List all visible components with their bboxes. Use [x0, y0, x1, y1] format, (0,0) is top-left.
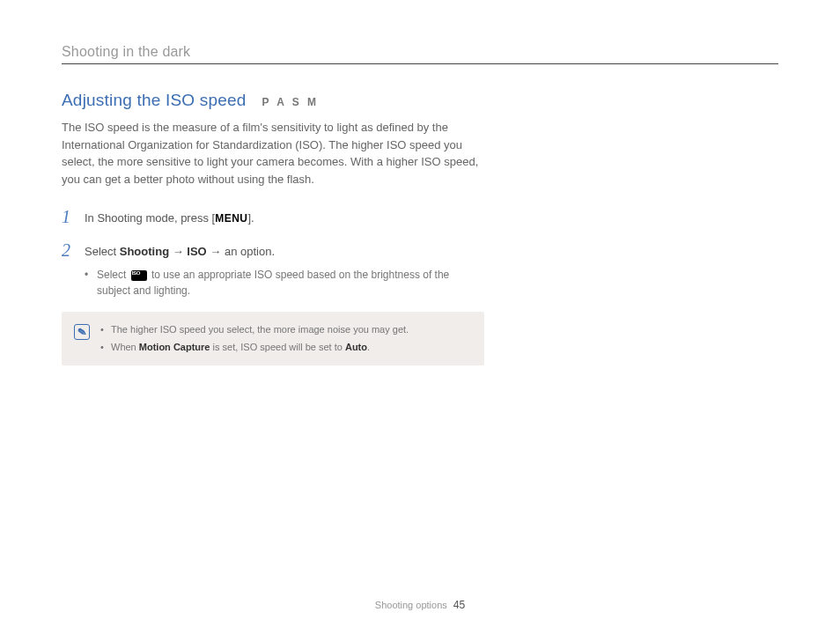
note-icon: ✎	[74, 324, 90, 340]
page: Shooting in the dark Adjusting the ISO s…	[0, 0, 840, 634]
note-text: .	[367, 342, 370, 352]
step-text: In Shooting mode, press [	[85, 211, 215, 225]
sub-bullet-list: Select to use an appropriate ISO speed b…	[85, 267, 484, 299]
note-item: The higher ISO speed you select, the mor…	[100, 322, 472, 337]
note-list: The higher ISO speed you select, the mor…	[100, 322, 472, 355]
sub-bullet: Select to use an appropriate ISO speed b…	[85, 267, 484, 299]
note-item: When Motion Capture is set, ISO speed wi…	[100, 340, 472, 355]
step-number: 2	[62, 240, 76, 299]
page-number: 45	[453, 599, 465, 611]
footer-section: Shooting options	[375, 600, 447, 610]
section-heading: Adjusting the ISO speed P A S M	[62, 91, 484, 110]
mode-indicators: P A S M	[262, 96, 320, 108]
content-column: Adjusting the ISO speed P A S M The ISO …	[62, 91, 484, 365]
step-body: Select Shooting → ISO → an option. Selec…	[85, 240, 484, 299]
bold-motion-capture: Motion Capture	[139, 342, 210, 352]
sub-text: Select	[97, 269, 129, 281]
page-header: Shooting in the dark	[62, 44, 778, 64]
step-1: 1 In Shooting mode, press [MENU].	[62, 207, 484, 228]
bold-auto: Auto	[345, 342, 367, 352]
bold-shooting: Shooting	[120, 245, 169, 258]
arrow: →	[207, 245, 225, 258]
step-number: 1	[62, 207, 76, 228]
section-title: Adjusting the ISO speed	[62, 91, 247, 110]
iso-auto-icon	[131, 270, 147, 281]
arrow: →	[169, 245, 187, 258]
note-box: ✎ The higher ISO speed you select, the m…	[62, 312, 484, 365]
note-text: is set, ISO speed will be set to	[210, 342, 344, 352]
bold-iso: ISO	[187, 245, 206, 258]
menu-button-label: MENU	[215, 212, 247, 225]
step-body: In Shooting mode, press [MENU].	[85, 207, 254, 228]
step-2: 2 Select Shooting → ISO → an option. Sel…	[62, 240, 484, 299]
page-footer: Shooting options 45	[0, 599, 840, 611]
step-text: ].	[248, 211, 254, 225]
steps-list: 1 In Shooting mode, press [MENU]. 2 Sele…	[62, 207, 484, 299]
sub-text: to use an appropriate ISO speed based on…	[97, 269, 449, 298]
step-text: an option.	[225, 245, 275, 258]
step-text: Select	[85, 245, 120, 258]
note-text: When	[111, 342, 139, 352]
intro-paragraph: The ISO speed is the measure of a film's…	[62, 119, 484, 188]
